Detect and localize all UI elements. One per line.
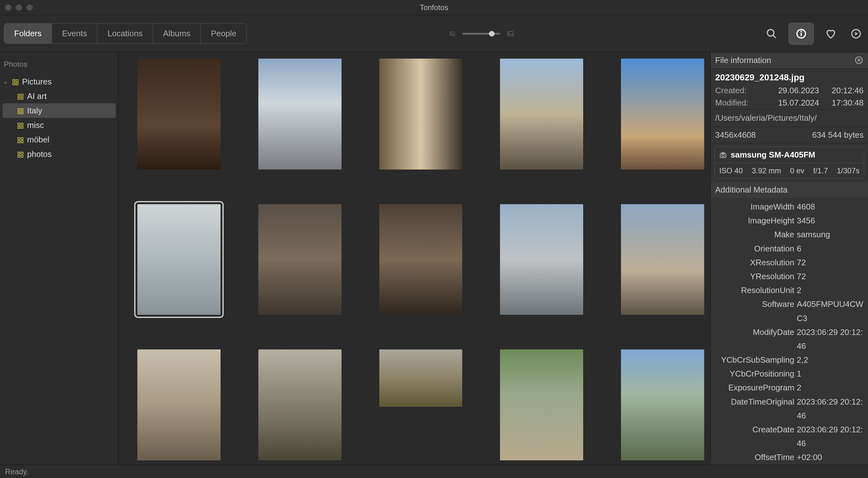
svg-rect-15 [18,94,20,96]
zoom-window-icon[interactable] [27,4,33,11]
thumbnail[interactable] [137,350,221,460]
sidebar-item-photos[interactable]: photos [0,147,118,161]
metadata-key: DateTimeOriginal [715,395,797,422]
metadata-row: YResolution72 [715,269,864,283]
sidebar-item-misc[interactable]: misc [0,118,118,132]
created-row: Created: 29.06.2023 20:12:46 [711,85,868,97]
metadata-key: OffsetTimeOriginal [715,465,797,465]
tab-folders[interactable]: Folders [4,24,52,43]
svg-rect-28 [21,138,23,140]
metadata-key: ModifyDate [715,325,797,353]
thumbnail[interactable] [258,350,342,460]
svg-point-3 [508,32,509,33]
svg-rect-29 [18,141,20,143]
camera-info-box: samsung SM-A405FM ISO 40 3.92 mm 0 ev f/… [715,147,864,179]
metadata-header: Additional Metadata [711,182,868,198]
svg-rect-12 [16,80,18,82]
close-window-icon[interactable] [5,4,11,11]
tab-events[interactable]: Events [52,24,98,43]
sidebar: Photos ⌄ Pictures AI art Italy [0,52,119,465]
metadata-key: ImageHeight [715,214,797,228]
metadata-value: 72 [797,269,864,283]
tab-people[interactable]: People [201,24,246,43]
window-title: Tonfotos [0,3,868,12]
camera-fstop: f/1.7 [813,167,828,175]
metadata-row: ExposureProgram2 [715,381,864,394]
folder-grid-icon [17,107,24,114]
svg-rect-31 [18,152,20,154]
minimize-window-icon[interactable] [16,4,22,11]
sidebar-item-label: Pictures [22,77,52,87]
sidebar-item-label: möbel [27,135,50,145]
svg-rect-18 [21,97,23,99]
thumbnail-size-control [448,30,514,37]
metadata-value: +02:00 [797,450,864,464]
small-thumbnail-icon [448,30,456,37]
thumbnail[interactable] [379,204,463,315]
thumbnail[interactable] [621,350,704,460]
thumbnail[interactable] [137,204,221,315]
svg-rect-14 [16,83,18,85]
svg-rect-30 [21,141,23,143]
view-tabs: Folders Events Locations Albums People [4,23,247,44]
svg-rect-20 [21,109,23,111]
chevron-down-icon[interactable]: ⌄ [3,78,9,85]
sidebar-item-pictures[interactable]: ⌄ Pictures [0,74,118,89]
metadata-key: CreateDate [715,422,797,450]
svg-line-5 [773,35,776,38]
svg-rect-19 [18,109,20,111]
metadata-value: +02:00 [797,465,864,465]
thumbnail[interactable] [258,204,342,315]
sidebar-item-italy[interactable]: Italy [2,103,116,118]
info-panel-toggle[interactable] [788,23,814,45]
folder-grid-icon [17,122,24,128]
thumbnail[interactable] [500,204,583,315]
created-time: 20:12:46 [832,86,864,95]
tab-locations[interactable]: Locations [97,24,153,43]
thumbnail[interactable] [137,59,221,170]
slider-thumb[interactable] [489,31,495,36]
svg-point-1 [451,33,452,34]
metadata-value: 2,2 [797,353,864,367]
thumbnail[interactable] [621,204,704,315]
sidebar-item-ai-art[interactable]: AI art [0,89,118,103]
camera-model: samsung SM-A405FM [731,150,815,160]
thumbnail[interactable] [621,59,704,170]
thumbnail-grid[interactable] [119,52,710,465]
modified-time: 17:30:48 [832,98,864,108]
metadata-row: OffsetTime+02:00 [715,450,864,464]
metadata-row: XResolution72 [715,256,864,269]
metadata-row: ResolutionUnit2 [715,283,864,297]
close-icon[interactable] [855,56,864,65]
metadata-row: CreateDate2023:06:29 20:12:46 [715,422,864,450]
file-path: /Users/valeria/Pictures/Italy/ [711,109,868,127]
metadata-value: 2 [797,381,864,394]
slideshow-button[interactable] [848,26,864,42]
toolbar-right [764,23,864,45]
thumbnail[interactable] [379,59,463,170]
modified-label: Modified: [715,98,749,108]
folder-grid-icon [12,78,19,85]
sidebar-item-label: photos [27,149,52,159]
window-controls [0,4,33,11]
svg-rect-11 [13,80,15,82]
svg-rect-13 [13,83,15,85]
camera-ev: 0 ev [790,167,804,175]
thumbnail-size-slider[interactable] [462,33,500,35]
thumbnail[interactable] [500,59,583,170]
metadata-value: 2023:06:29 20:12:46 [797,422,864,450]
svg-rect-24 [21,123,23,125]
folder-grid-icon [17,93,24,99]
tab-albums[interactable]: Albums [153,24,201,43]
search-button[interactable] [764,26,780,42]
metadata-key: ExposureProgram [715,381,797,394]
svg-rect-40 [722,152,724,153]
sidebar-item-moebel[interactable]: möbel [0,132,118,147]
favorite-button[interactable] [823,26,839,42]
folder-grid-icon [17,151,24,157]
metadata-table: ImageWidth4608ImageHeight3456Makesamsung… [711,198,868,465]
thumbnail[interactable] [500,350,583,460]
svg-rect-21 [18,112,20,114]
thumbnail[interactable] [379,350,463,407]
thumbnail[interactable] [258,59,342,170]
